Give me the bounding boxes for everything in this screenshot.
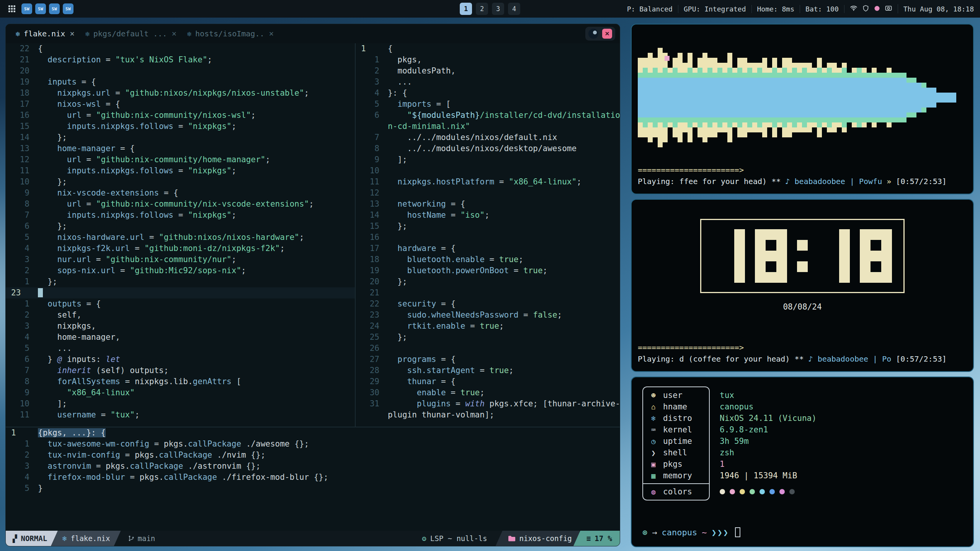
code-line[interactable]: 20 xyxy=(6,65,355,77)
terminal-prompt-line[interactable]: ⊛ → canopus ~ ❯❯❯ xyxy=(642,527,962,537)
tab-close-icon[interactable]: × xyxy=(269,29,274,38)
tab-close-icon[interactable]: × xyxy=(172,29,176,38)
code-line[interactable]: 13 networking = { xyxy=(356,199,620,210)
code-line[interactable]: 12 xyxy=(356,187,620,199)
code-line[interactable]: plugin thunar-volman]; xyxy=(356,409,620,421)
code-line[interactable]: 22{ xyxy=(6,43,355,54)
wifi-icon[interactable] xyxy=(850,4,858,13)
code-line[interactable]: 16 url = "github:nix-community/nixos-wsl… xyxy=(6,110,355,121)
tray-app-icon[interactable]: SW xyxy=(21,3,32,14)
tab-hosts-isoImag-[interactable]: ❄hosts/isoImag..× xyxy=(182,24,279,43)
code-line[interactable]: 2 sops-nix.url = "github:Mic92/sops-nix"… xyxy=(6,265,355,276)
code-line[interactable]: 11 username = "tux"; xyxy=(6,409,355,421)
code-line[interactable]: 3 astronvim = pkgs.callPackage ./astronv… xyxy=(6,461,620,472)
code-line[interactable]: 23 xyxy=(6,287,355,298)
code-line[interactable]: 12 url = "github:nix-community/home-mana… xyxy=(6,154,355,165)
code-line[interactable]: 6 "${modulesPath}/installer/cd-dvd/insta… xyxy=(356,110,620,121)
code-line[interactable]: 31 plugins = with pkgs.xfce; [thunar-arc… xyxy=(356,398,620,409)
code-line[interactable]: 19 bluetooth.powerOnBoot = true; xyxy=(356,265,620,276)
theme-toggle-button[interactable] xyxy=(588,29,598,39)
code-line[interactable]: 26 xyxy=(356,343,620,354)
code-line[interactable]: 3 nixpkgs, xyxy=(6,321,355,332)
code-line[interactable]: 3 nur.url = "github:nix-community/nur"; xyxy=(6,254,355,265)
workspace-1[interactable]: 1 xyxy=(460,3,472,15)
code-line[interactable]: 15 }; xyxy=(356,221,620,232)
tray-app-icon[interactable]: SW xyxy=(49,3,60,14)
code-line[interactable]: 15 inputs.nixpkgs.follows = "nixpkgs"; xyxy=(6,121,355,132)
code-line[interactable]: 2 modulesPath, xyxy=(356,65,620,77)
pane-iso[interactable]: 1{1 pkgs,2 modulesPath,3 ...4}: {5 impor… xyxy=(356,43,620,427)
code-line[interactable]: 4 firefox-mod-blur = pkgs.callPackage ./… xyxy=(6,472,620,483)
code-line[interactable]: 1 }; xyxy=(6,276,355,287)
code-line[interactable]: 1{pkgs, ...}: { xyxy=(6,427,620,439)
code-line[interactable]: 25 }; xyxy=(356,332,620,343)
code-line[interactable]: 21 xyxy=(356,287,620,298)
code-line[interactable]: 17 hardware = { xyxy=(356,243,620,254)
tray-app-icon[interactable]: SW xyxy=(35,3,46,14)
code-line[interactable]: 1 tux-awesome-wm-config = pkgs.callPacka… xyxy=(6,439,620,450)
code-line[interactable]: 2 self, xyxy=(6,310,355,321)
app-launcher-icon[interactable] xyxy=(6,3,18,15)
code-line[interactable]: 5 imports = [ xyxy=(356,99,620,110)
code-line[interactable]: 3 ... xyxy=(356,77,620,88)
code-line[interactable]: 7 ../../modules/nixos/default.nix xyxy=(356,132,620,143)
code-line[interactable]: 6 }; xyxy=(6,221,355,232)
code-line[interactable]: 30 enable = true; xyxy=(356,387,620,398)
code-line[interactable]: 24 rtkit.enable = true; xyxy=(356,321,620,332)
code-line[interactable]: 5 ... xyxy=(6,343,355,354)
code-line[interactable]: 16 xyxy=(356,232,620,243)
code-line[interactable]: 5 nixos-hardware.url = "github:nixos/nix… xyxy=(6,232,355,243)
code-line[interactable]: 19 inputs = { xyxy=(6,77,355,88)
code-line[interactable]: 8 url = "github:nix-community/nix-vscode… xyxy=(6,199,355,210)
code-line[interactable]: 22 security = { xyxy=(356,298,620,310)
code-line[interactable]: 17 nixos-wsl = { xyxy=(6,99,355,110)
code-line[interactable]: 9 nix-vscode-extensions = { xyxy=(6,187,355,199)
tab-pkgs-default-[interactable]: ❄pkgs/default ...× xyxy=(80,24,182,43)
tray-app-icon[interactable]: SW xyxy=(63,3,74,14)
tab-flake-nix[interactable]: ❄flake.nix× xyxy=(10,24,80,43)
code-line[interactable]: 21 description = "tux's NixOS Flake"; xyxy=(6,54,355,65)
code-line[interactable]: 1{ xyxy=(356,43,620,54)
code-line[interactable]: n-cd-minimal.nix" xyxy=(356,121,620,132)
code-line[interactable]: 14 hostName = "iso"; xyxy=(356,210,620,221)
code-line[interactable]: 8 ../../modules/nixos/desktop/awesome xyxy=(356,143,620,154)
code-line[interactable]: 10 }; xyxy=(6,176,355,187)
recording-dot-icon[interactable] xyxy=(874,5,880,13)
workspace-3[interactable]: 3 xyxy=(492,3,504,15)
code-line[interactable]: 2 tux-nvim-config = pkgs.callPackage ./n… xyxy=(6,450,620,461)
pane-pkgs[interactable]: 1{pkgs, ...}: {1 tux-awesome-wm-config =… xyxy=(6,427,620,531)
tab-close-icon[interactable]: × xyxy=(70,29,75,38)
window-close-button[interactable]: × xyxy=(602,29,612,39)
code-line[interactable]: 1 pkgs, xyxy=(356,54,620,65)
code-line[interactable]: 4 home-manager, xyxy=(6,332,355,343)
code-line[interactable]: 18 nixpkgs.url = "github:nixos/nixpkgs/n… xyxy=(6,88,355,99)
code-line[interactable]: 5} xyxy=(6,483,620,494)
code-line[interactable]: 14 }; xyxy=(6,132,355,143)
code-line[interactable]: 6 } @ inputs: let xyxy=(6,354,355,365)
code-line[interactable]: 11 inputs.nixpkgs.follows = "nixpkgs"; xyxy=(6,165,355,176)
code-line[interactable]: 11 nixpkgs.hostPlatform = "x86_64-linux"… xyxy=(356,176,620,187)
code-line[interactable]: 13 home-manager = { xyxy=(6,143,355,154)
screenshot-icon[interactable] xyxy=(885,4,892,13)
shield-icon[interactable] xyxy=(862,5,869,13)
code-line[interactable]: 1 outputs = { xyxy=(6,298,355,310)
code-line[interactable]: 29 thunar = { xyxy=(356,376,620,387)
code-line[interactable]: 8 forAllSystems = nixpkgs.lib.genAttrs [ xyxy=(6,376,355,387)
code-line[interactable]: 7 inherit (self) outputs; xyxy=(6,365,355,376)
code-line[interactable]: 9 "x86_64-linux" xyxy=(6,387,355,398)
code-line[interactable]: 4 nixpkgs-f2k.url = "github:moni-dz/nixp… xyxy=(6,243,355,254)
workspace-2[interactable]: 2 xyxy=(476,3,488,15)
distro-icon: ❄ xyxy=(649,414,658,422)
workspace-4[interactable]: 4 xyxy=(508,3,520,15)
code-line[interactable]: 4}: { xyxy=(356,88,620,99)
code-line[interactable]: 9 ]; xyxy=(356,154,620,165)
code-line[interactable]: 23 sudo.wheelNeedsPassword = false; xyxy=(356,310,620,321)
code-line[interactable]: 10 ]; xyxy=(6,398,355,409)
code-line[interactable]: 28 ssh.startAgent = true; xyxy=(356,365,620,376)
code-line[interactable]: 7 inputs.nixpkgs.follows = "nixpkgs"; xyxy=(6,210,355,221)
code-line[interactable]: 20 }; xyxy=(356,276,620,287)
code-line[interactable]: 10 xyxy=(356,165,620,176)
code-line[interactable]: 18 bluetooth.enable = true; xyxy=(356,254,620,265)
code-line[interactable]: 27 programs = { xyxy=(356,354,620,365)
pane-flake[interactable]: 22{21 description = "tux's NixOS Flake";… xyxy=(6,43,355,427)
